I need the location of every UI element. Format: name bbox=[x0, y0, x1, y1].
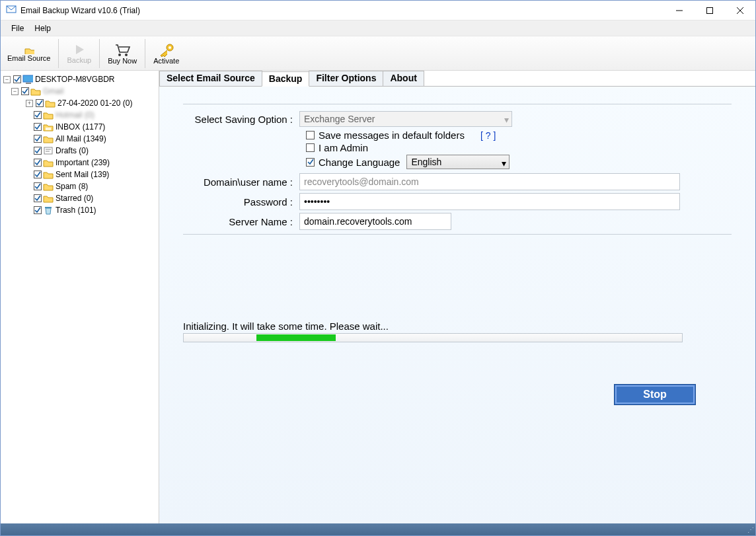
tree-item-label: 27-04-2020 01-20 (0) bbox=[57, 98, 132, 108]
tab-select-email-source[interactable]: Select Email Source bbox=[159, 71, 262, 86]
checkbox[interactable] bbox=[34, 159, 42, 167]
checkbox[interactable] bbox=[34, 147, 42, 155]
email-source-label: Email Source bbox=[7, 54, 50, 62]
progress-status-text: Initializing. It will take some time. Pl… bbox=[183, 321, 732, 332]
divider bbox=[183, 234, 732, 235]
password-input[interactable] bbox=[299, 193, 680, 210]
checkbox[interactable] bbox=[34, 171, 42, 178]
account-icon bbox=[30, 87, 41, 96]
tab-about[interactable]: About bbox=[383, 71, 424, 86]
svg-rect-2 bbox=[707, 7, 713, 13]
minimize-button[interactable] bbox=[664, 1, 695, 20]
computer-icon bbox=[22, 75, 33, 84]
tree-item-label: Hotmail (0) bbox=[56, 110, 94, 120]
maximize-button[interactable] bbox=[695, 1, 725, 20]
buy-now-label: Buy Now bbox=[108, 57, 137, 65]
tree-item[interactable]: Spam (8) bbox=[2, 180, 157, 192]
tree-item-label: Sent Mail (139) bbox=[56, 170, 109, 179]
tree-item-label: All Mail (1349) bbox=[56, 134, 106, 143]
svg-marker-8 bbox=[76, 45, 84, 54]
tree-item[interactable]: Starred (0) bbox=[2, 192, 157, 204]
folder-icon bbox=[45, 98, 56, 108]
change-language-checkbox[interactable] bbox=[306, 158, 315, 167]
tree-item[interactable]: Hotmail (0) bbox=[2, 109, 157, 121]
expand-icon[interactable]: + bbox=[26, 100, 33, 107]
inbox-icon bbox=[43, 122, 54, 132]
menu-bar: File Help bbox=[1, 20, 755, 36]
tree-item-label: Spam (8) bbox=[56, 182, 88, 191]
domain-user-input[interactable] bbox=[299, 173, 680, 190]
i-am-admin-checkbox[interactable] bbox=[306, 143, 315, 152]
tree-item[interactable]: + 27-04-2020 01-20 (0) bbox=[2, 97, 157, 109]
activate-button[interactable]: Activate bbox=[147, 37, 186, 70]
svg-rect-16 bbox=[44, 147, 52, 154]
tree-item[interactable]: All Mail (1349) bbox=[2, 133, 157, 145]
checkbox[interactable] bbox=[34, 206, 42, 214]
tree-root-label: DESKTOP-M8VGBDR bbox=[35, 75, 114, 84]
title-bar: Email Backup Wizard v10.6 (Trial) bbox=[1, 1, 755, 20]
app-icon bbox=[6, 4, 17, 17]
window-title: Email Backup Wizard v10.6 (Trial) bbox=[20, 6, 140, 15]
drafts-icon bbox=[43, 146, 54, 155]
resize-grip-icon[interactable]: ⋰ bbox=[747, 526, 753, 533]
close-button[interactable] bbox=[725, 1, 755, 20]
backup-label: Backup bbox=[67, 56, 91, 64]
progress-segment bbox=[256, 334, 336, 341]
tree-item-label: Trash (101) bbox=[56, 206, 96, 215]
folder-icon bbox=[43, 170, 54, 179]
folder-icon bbox=[43, 158, 54, 167]
chevron-down-icon: ▾ bbox=[504, 114, 509, 125]
svg-point-9 bbox=[118, 54, 121, 56]
saving-option-value: Exchange Server bbox=[304, 114, 375, 124]
backup-button[interactable]: Backup bbox=[60, 37, 98, 70]
stop-button[interactable]: Stop bbox=[614, 384, 696, 405]
tree-item-label: INBOX (1177) bbox=[56, 122, 105, 132]
language-select[interactable]: English ▾ bbox=[406, 155, 510, 169]
tree-item[interactable]: Drafts (0) bbox=[2, 145, 157, 157]
server-name-label: Server Name : bbox=[183, 216, 299, 227]
buy-now-button[interactable]: Buy Now bbox=[101, 37, 143, 70]
checkbox[interactable] bbox=[21, 87, 29, 95]
checkbox[interactable] bbox=[13, 75, 21, 83]
progress-bar bbox=[183, 333, 683, 342]
checkbox[interactable] bbox=[36, 99, 44, 107]
server-name-input[interactable] bbox=[299, 213, 451, 230]
tree-root[interactable]: − DESKTOP-M8VGBDR bbox=[2, 73, 157, 85]
tree-item[interactable]: Important (239) bbox=[2, 157, 157, 169]
checkbox[interactable] bbox=[34, 182, 42, 190]
email-source-button[interactable]: Email Source bbox=[1, 37, 57, 70]
saving-option-label: Select Saving Option : bbox=[183, 114, 299, 125]
tab-backup[interactable]: Backup bbox=[262, 71, 310, 87]
checkbox[interactable] bbox=[34, 123, 42, 131]
backup-tab-body: Select Saving Option : Exchange Server ▾… bbox=[159, 87, 755, 523]
menu-file[interactable]: File bbox=[6, 22, 29, 34]
save-default-checkbox[interactable] bbox=[306, 131, 315, 139]
collapse-icon[interactable]: − bbox=[11, 88, 19, 95]
collapse-icon[interactable]: − bbox=[3, 76, 11, 83]
chevron-down-icon: ▾ bbox=[502, 158, 506, 169]
checkbox[interactable] bbox=[34, 135, 42, 143]
tree-item[interactable]: INBOX (1177) bbox=[2, 121, 157, 133]
tree-item[interactable]: Trash (101) bbox=[2, 204, 157, 216]
checkbox[interactable] bbox=[34, 111, 42, 119]
menu-help[interactable]: Help bbox=[29, 22, 56, 34]
tree-item[interactable]: Sent Mail (139) bbox=[2, 169, 157, 180]
help-link[interactable]: [ ? ] bbox=[480, 130, 496, 141]
folder-icon bbox=[43, 110, 54, 120]
tree-account[interactable]: − Gmail bbox=[2, 85, 157, 97]
toolbar-separator bbox=[58, 39, 59, 68]
svg-point-10 bbox=[125, 54, 128, 56]
saving-option-select[interactable]: Exchange Server ▾ bbox=[299, 111, 512, 127]
toolbar: Email Source Backup Buy Now Activate bbox=[1, 36, 755, 71]
domain-user-label: Domain\user name : bbox=[183, 176, 299, 188]
trash-icon bbox=[43, 206, 54, 215]
tab-filter-options[interactable]: Filter Options bbox=[309, 71, 383, 86]
toolbar-separator bbox=[145, 39, 145, 68]
tree-account-label: Gmail bbox=[43, 87, 63, 96]
password-label: Password : bbox=[183, 196, 299, 208]
tree-item-label: Important (239) bbox=[56, 158, 110, 167]
folder-icon bbox=[43, 134, 54, 143]
checkbox[interactable] bbox=[34, 194, 42, 202]
svg-rect-15 bbox=[46, 128, 51, 130]
folder-tree: − DESKTOP-M8VGBDR − Gmail + 27-04-2020 0… bbox=[1, 71, 159, 523]
